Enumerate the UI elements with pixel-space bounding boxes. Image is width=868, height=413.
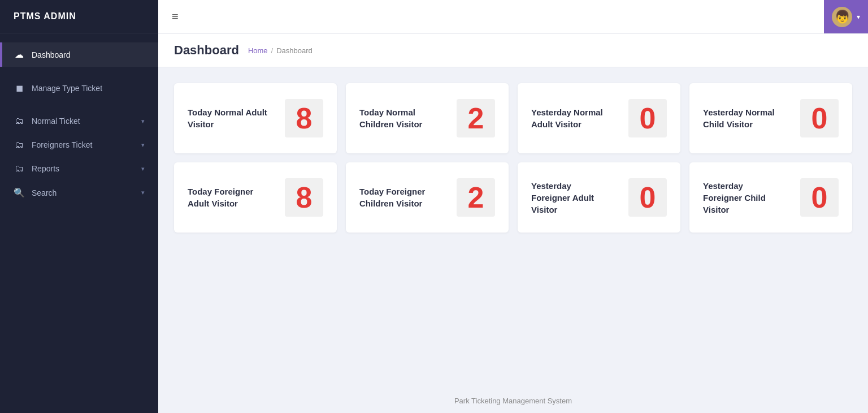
sidebar-item-label: Dashboard [32, 50, 145, 59]
sidebar-item-label: Manage Type Ticket [32, 84, 145, 93]
stat-value: 0 [628, 99, 667, 137]
page-header: Dashboard Home / Dashboard [158, 34, 868, 67]
breadcrumb-home[interactable]: Home [248, 46, 268, 55]
stats-row-2: Today Foreigner Adult Visitor 8 Today Fo… [174, 162, 852, 233]
dashboard-icon: ☁ [14, 49, 25, 60]
sidebar-item-label: Reports [32, 164, 134, 173]
sidebar-item-dashboard[interactable]: ☁ Dashboard [0, 42, 158, 67]
sidebar-item-normal-ticket[interactable]: 🗂 Normal Ticket ▾ [0, 109, 158, 133]
user-chevron-icon: ▾ [857, 13, 860, 21]
stat-card-yesterday-normal-child: Yesterday Normal Child Visitor 0 [689, 83, 852, 153]
folder-icon: 🗂 [14, 164, 25, 174]
stat-card-today-foreigner-children: Today Foreigner Children Visitor 2 [346, 162, 509, 233]
sidebar-item-manage-type-ticket[interactable]: ◼ Manage Type Ticket [0, 76, 158, 100]
hamburger-button[interactable]: ≡ [172, 10, 179, 23]
stat-card-yesterday-foreigner-child: Yesterday Foreigner Child Visitor 0 [689, 162, 852, 233]
sidebar-item-label: Foreigners Ticket [32, 140, 134, 149]
main-content: ≡ ✕ 👦 ▾ Dashboard Home / Dashboard Today… [158, 0, 868, 413]
sidebar-item-reports[interactable]: 🗂 Reports ▾ [0, 157, 158, 180]
footer-text: Park Ticketing Management System [454, 397, 572, 405]
stats-row-1: Today Normal Adult Visitor 8 Today Norma… [174, 83, 852, 153]
stat-value: 0 [800, 178, 839, 217]
breadcrumb-separator: / [271, 46, 274, 55]
user-menu-button[interactable]: 👦 ▾ [824, 0, 868, 33]
stat-label: Yesterday Normal Child Visitor [703, 106, 784, 130]
sidebar-nav: ☁ Dashboard ◼ Manage Type Ticket 🗂 Norma… [0, 33, 158, 413]
stat-card-today-normal-children: Today Normal Children Visitor 2 [346, 83, 509, 153]
stat-label: Yesterday Normal Adult Visitor [531, 106, 613, 130]
stat-value: 8 [285, 178, 323, 217]
folder-icon: 🗂 [14, 140, 25, 150]
stat-label: Yesterday Foreigner Adult Visitor [531, 180, 613, 216]
sidebar-item-label: Normal Ticket [32, 117, 134, 126]
topbar: ≡ ✕ 👦 ▾ [158, 0, 868, 34]
chevron-down-icon: ▾ [141, 165, 145, 173]
stat-value: 2 [457, 99, 495, 137]
dashboard-content: Today Normal Adult Visitor 8 Today Norma… [158, 67, 868, 389]
stat-label: Today Normal Adult Visitor [188, 106, 269, 130]
breadcrumb-current: Dashboard [276, 46, 313, 55]
manage-ticket-icon: ◼ [14, 83, 25, 93]
sidebar-item-search[interactable]: 🔍 Search ▾ [0, 180, 158, 205]
stat-card-yesterday-normal-adult: Yesterday Normal Adult Visitor 0 [518, 83, 680, 153]
app-logo: PTMS ADMIN [0, 0, 158, 33]
folder-icon: 🗂 [14, 116, 25, 126]
stat-label: Today Foreigner Adult Visitor [188, 186, 269, 209]
stat-value: 0 [800, 99, 839, 137]
stat-card-today-foreigner-adult: Today Foreigner Adult Visitor 8 [174, 162, 337, 233]
stat-label: Today Foreigner Children Visitor [359, 186, 441, 209]
chevron-down-icon: ▾ [141, 141, 145, 149]
stat-label: Today Normal Children Visitor [359, 106, 441, 130]
stat-card-today-normal-adult: Today Normal Adult Visitor 8 [174, 83, 337, 153]
sidebar-item-label: Search [32, 188, 134, 197]
stat-value: 2 [457, 178, 495, 217]
stat-value: 0 [628, 178, 667, 217]
stat-value: 8 [285, 99, 323, 137]
search-icon: 🔍 [14, 187, 25, 198]
stat-card-yesterday-foreigner-adult: Yesterday Foreigner Adult Visitor 0 [518, 162, 680, 233]
sidebar-item-foreigners-ticket[interactable]: 🗂 Foreigners Ticket ▾ [0, 133, 158, 157]
avatar-image: 👦 [835, 10, 850, 24]
avatar: 👦 [832, 7, 852, 27]
chevron-down-icon: ▾ [141, 118, 145, 125]
sidebar: PTMS ADMIN ☁ Dashboard ◼ Manage Type Tic… [0, 0, 158, 413]
footer: Park Ticketing Management System [158, 389, 868, 413]
stat-label: Yesterday Foreigner Child Visitor [703, 180, 784, 216]
page-title: Dashboard [174, 43, 239, 58]
chevron-down-icon: ▾ [141, 189, 145, 196]
breadcrumb: Home / Dashboard [248, 46, 313, 55]
